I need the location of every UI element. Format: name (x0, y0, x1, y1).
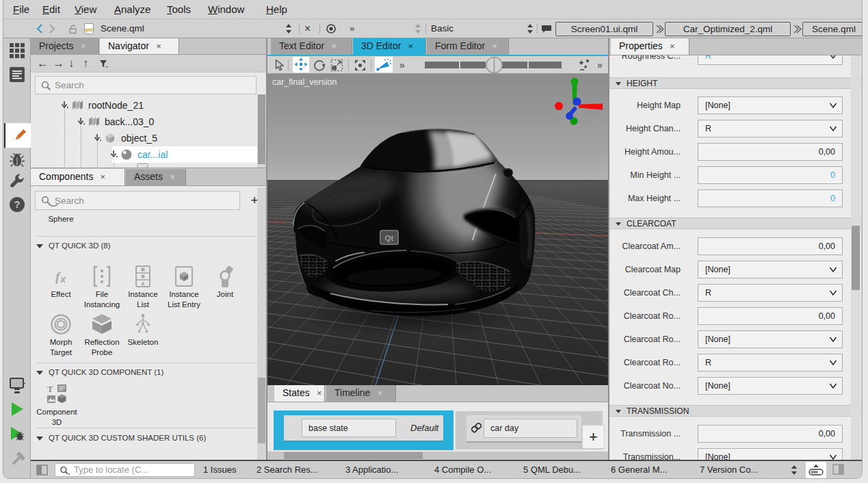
scrollbar-thumb[interactable] (258, 94, 265, 164)
properties-scrollbar[interactable] (851, 55, 860, 460)
state-thumbnail[interactable]: base state Default (284, 415, 443, 441)
tree-row-rootnode[interactable]: rootNode_21 (31, 97, 258, 114)
scale-tool-icon[interactable] (330, 59, 343, 72)
tab-close-icon[interactable]: × (314, 385, 325, 401)
camera-slider-segment[interactable] (502, 62, 527, 68)
tab-properties[interactable]: Properties× (611, 38, 689, 55)
breadcrumb-screen01[interactable]: Screen01.ui.qml (555, 22, 653, 36)
add-state-button[interactable]: + (582, 425, 605, 449)
toggle-right-sidebar-icon[interactable] (832, 464, 844, 475)
mode-debug-icon[interactable] (9, 152, 25, 168)
section-qtquick3d-component[interactable]: QT QUICK 3D COMPONENT (1) (31, 368, 266, 379)
tab-close-icon[interactable]: × (405, 38, 416, 54)
state-name-field[interactable]: car day (484, 419, 577, 438)
tab-close-icon[interactable]: × (97, 169, 108, 185)
breadcrumb-scene[interactable]: Scene.qml (802, 22, 863, 36)
back-icon[interactable] (35, 23, 44, 34)
state-thumbnail[interactable]: car day (466, 415, 581, 441)
viewport-3d[interactable]: Qt (267, 74, 608, 385)
height-map-dropdown[interactable]: [None] (698, 96, 843, 114)
edit-light-tool-active[interactable] (375, 57, 393, 73)
component-item-file-instancing[interactable]: File Instancing (81, 265, 122, 310)
pane-general-messages[interactable]: 6 General M... (611, 461, 667, 479)
tab-timeline[interactable]: Timeline× (326, 385, 396, 402)
tab-close-icon[interactable]: × (667, 38, 678, 54)
menu-tools[interactable]: Tools (167, 0, 191, 18)
expander-icon[interactable] (77, 118, 85, 126)
clearcoat-roughness-channel-dropdown[interactable]: R (698, 354, 843, 371)
height-channel-dropdown[interactable]: R (698, 120, 843, 138)
nav-move-down-icon[interactable]: ↓ (68, 55, 75, 73)
nav-move-up-icon[interactable]: ↑ (83, 55, 89, 73)
pane-search-results[interactable]: 2 Search Res... (257, 461, 318, 479)
camera-slider-handle-icon[interactable] (485, 56, 503, 74)
tab-close-icon[interactable]: × (489, 38, 500, 54)
style-spinner-icon[interactable] (527, 23, 534, 34)
component-item-instance-list-entry[interactable]: Instance List Entry (163, 265, 205, 310)
camera-slider-segment[interactable] (460, 62, 486, 68)
rotate-tool-icon[interactable] (313, 59, 326, 72)
tab-close-icon[interactable]: × (167, 169, 178, 185)
height-amount-field[interactable]: 0,00 (698, 143, 843, 161)
transmission-map-dropdown[interactable]: [None] (698, 448, 843, 460)
style-selector[interactable]: Basic (431, 19, 453, 38)
clearcoat-roughness-map-dropdown[interactable]: [None] (698, 330, 843, 348)
state-name-field[interactable]: base state (302, 419, 396, 437)
scrollbar-thumb[interactable] (258, 378, 265, 443)
max-height-field[interactable]: 0 (698, 190, 843, 207)
record-icon[interactable] (326, 23, 337, 34)
clearcoat-map-dropdown[interactable]: [None] (698, 261, 843, 278)
pane-compile-output[interactable]: 4 Compile O... (434, 461, 491, 479)
toolbar3d-overflow2-icon[interactable]: » (597, 56, 603, 74)
mode-help-icon[interactable]: ? (9, 196, 25, 213)
camera-slider-segment[interactable] (529, 62, 562, 68)
component-item-component-3d[interactable]: T Component 3D (34, 382, 80, 428)
components-search[interactable]: Search (35, 191, 240, 210)
splitter-right[interactable] (608, 38, 609, 460)
views-grid-icon[interactable] (9, 42, 25, 59)
state-car-day[interactable]: car day (456, 411, 603, 449)
pane-application-output[interactable]: 3 Applicatio... (345, 461, 398, 479)
clearcoat-channel-dropdown[interactable]: R (698, 284, 843, 302)
navigator-scrollbar[interactable] (257, 94, 266, 168)
state-base-selected[interactable]: base state Default (274, 410, 453, 450)
menu-window[interactable]: Window (208, 0, 244, 18)
tab-3d-editor[interactable]: 3D Editor× (353, 38, 426, 55)
tree-row-object[interactable]: object_5 (31, 130, 258, 146)
menu-analyze[interactable]: Analyze (114, 0, 150, 18)
tab-assets[interactable]: Assets× (126, 169, 186, 185)
toggle-left-sidebar-icon[interactable] (36, 465, 48, 475)
section-qtquick3d[interactable]: QT QUICK 3D (8) (31, 242, 266, 252)
min-height-field[interactable]: 0 (698, 166, 843, 184)
breadcrumb-car-optimized[interactable]: Car_Optimized_2.qml (665, 22, 791, 36)
annotation-icon[interactable] (541, 25, 552, 34)
nav-move-right-icon[interactable]: → (53, 55, 64, 73)
clearcoat-amount-field[interactable]: 0,00 (698, 237, 843, 255)
close-document-icon[interactable]: × (304, 19, 311, 38)
build-button-icon[interactable] (9, 452, 25, 468)
tab-text-editor[interactable]: Text Editor× (271, 38, 352, 55)
menu-file[interactable]: File (13, 0, 29, 18)
pane-issues[interactable]: 1 Issues (203, 461, 236, 479)
expander-icon[interactable] (109, 151, 118, 159)
navigator-search[interactable]: Search (35, 76, 257, 94)
tab-close-icon[interactable]: × (78, 38, 89, 54)
particles-icon[interactable] (577, 58, 592, 73)
mode-edit-icon[interactable] (9, 66, 25, 83)
mode-design-active[interactable] (4, 123, 31, 148)
section-transmission[interactable]: TRANSMISSION (609, 405, 861, 417)
kit-selector-icon[interactable] (9, 376, 25, 395)
tab-close-icon[interactable]: × (328, 38, 339, 54)
expander-icon[interactable] (60, 101, 68, 109)
component-item-morph-target[interactable]: Morph Target (40, 313, 81, 358)
nav-move-left-icon[interactable]: ← (37, 55, 49, 73)
progress-button[interactable] (806, 462, 826, 478)
toolbar-overflow-icon[interactable]: » (350, 19, 355, 38)
run-button-icon[interactable] (9, 401, 25, 417)
tab-projects[interactable]: Projects× (31, 38, 99, 54)
lock-icon[interactable] (68, 23, 79, 34)
forward-icon[interactable] (47, 23, 57, 34)
transmission-factor-field[interactable]: 0,00 (698, 425, 843, 443)
component-item-joint[interactable]: Joint (205, 265, 246, 300)
filter-icon[interactable] (99, 60, 109, 68)
